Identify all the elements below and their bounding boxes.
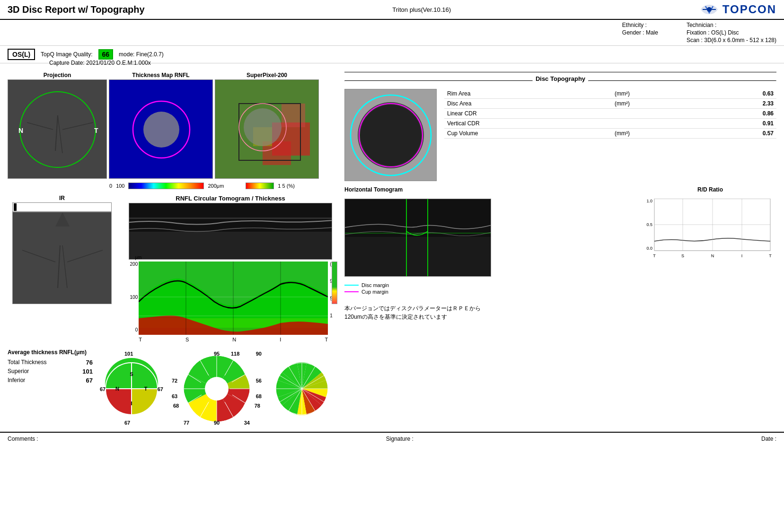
signature-label: Signature : xyxy=(386,436,414,442)
cup-volume-value: 0.57 xyxy=(703,129,776,139)
pct-scale-bar xyxy=(246,183,274,189)
pie-charts-row: S I N T 101 67 67 67 95 118 90 xyxy=(98,351,335,428)
rd-y-min: 0.0 xyxy=(646,246,652,251)
rnfl-x-T1: T xyxy=(139,337,142,342)
rim-area-unit: (mm²) xyxy=(612,89,703,99)
total-thickness-label: Total Thickness xyxy=(8,359,46,366)
clock-br2: 78 xyxy=(255,403,260,409)
disc-area-label: Disc Area xyxy=(444,99,612,109)
cup-volume-unit: (mm³) xyxy=(612,129,703,139)
cup-margin-legend: Cup margin xyxy=(344,289,636,295)
cup-margin-line xyxy=(344,291,359,292)
projection-label: Projection xyxy=(44,72,71,78)
right-lower-right: R/D Ratio 1.0 0.5 0.0 T S xyxy=(644,186,776,321)
projection-block: Projection N T xyxy=(8,72,107,179)
clock-r3: 63 xyxy=(172,393,177,399)
ir-image xyxy=(12,212,112,304)
inferior-value: 67 xyxy=(79,377,93,384)
disc-topo-content: Rim Area (mm²) 0.63 Disc Area (mm²) 2.33… xyxy=(344,89,776,183)
rnfl-y-unit: μm xyxy=(135,255,141,260)
linear-cdr-row: Linear CDR 0.86 xyxy=(444,109,776,119)
rd-x-I: I xyxy=(741,253,743,258)
comments-bar: Comments : Signature : Date : xyxy=(0,432,784,445)
rnfl-y-100: 100 xyxy=(123,295,138,300)
quadrant-chart: S I N T 101 67 67 67 xyxy=(98,351,165,428)
capture-date: Capture Date: 2021/01/20 O.E.M:1.000x xyxy=(49,60,151,66)
svg-rect-39 xyxy=(129,232,332,260)
inferior-row: Inferior 67 xyxy=(8,376,93,384)
svg-point-25 xyxy=(244,108,282,146)
bottom-stats: Average thickness RNFL(μm) Total Thickne… xyxy=(8,349,339,428)
rnfl-x-S: S xyxy=(185,337,189,342)
svg-rect-87 xyxy=(345,237,491,277)
linear-cdr-value: 0.86 xyxy=(703,109,776,119)
disc-topo-title: Disc Topography xyxy=(536,75,585,82)
date-label: Date : xyxy=(761,436,776,442)
scale-pct-labels: 1 5 (%) xyxy=(278,183,294,189)
quad-s-val: 101 xyxy=(124,351,133,357)
eye-badge: OS(L) xyxy=(8,49,35,60)
svg-rect-42 xyxy=(129,218,332,219)
disc-margin-label: Disc margin xyxy=(361,282,389,288)
projection-image: N T xyxy=(8,79,107,179)
topcon-brand-text: TOPCON xyxy=(722,3,776,16)
scale-min: 0 xyxy=(109,183,112,189)
ir-label: IR xyxy=(59,195,65,201)
quality-label: TopQ Image Quality: xyxy=(41,51,92,58)
horizontal-tomogram-image xyxy=(344,199,491,277)
device-info: Triton plus(Ver.10.16) xyxy=(392,6,451,13)
clock-tr1: 118 xyxy=(231,351,239,357)
rd-y-mid: 0.5 xyxy=(646,222,652,227)
clock-b1: 77 xyxy=(184,420,189,426)
svg-rect-22 xyxy=(282,104,305,127)
quad-n-val: 67 xyxy=(100,386,106,392)
inferior-label: Inferior xyxy=(8,377,25,384)
total-thickness-row: Total Thickness 76 xyxy=(8,358,93,366)
quad-t-label: T xyxy=(144,386,148,392)
rnfl-block: RNFL Circular Tomogram / Thickness xyxy=(122,195,339,342)
rnfl-x-I: I xyxy=(280,337,281,342)
legend-row: Disc margin Cup margin xyxy=(344,282,636,295)
superpixel-label: SuperPixel-200 xyxy=(247,72,287,78)
japanese-note: 本バージョンではディスクパラメーターはＲＰＥから120umの高さを基準に決定され… xyxy=(344,304,491,321)
vertical-cdr-row: Vertical CDR 0.91 xyxy=(444,119,776,129)
disc-margin-line xyxy=(344,285,359,286)
scale-max: 200μm xyxy=(208,183,224,189)
disc-area-row: Disc Area (mm²) 2.33 xyxy=(444,99,776,109)
disc-area-value: 2.33 xyxy=(703,99,776,109)
vertical-cdr-value: 0.91 xyxy=(703,119,776,129)
disc-topo-table: Rim Area (mm²) 0.63 Disc Area (mm²) 2.33… xyxy=(444,89,776,139)
clock-top: 95 xyxy=(214,351,220,357)
scan-label: Scan : 3D(6.0 x 6.0mm - 512 x 128) xyxy=(687,37,776,44)
cup-volume-row: Cup Volume (mm³) 0.57 xyxy=(444,129,776,139)
rim-area-value: 0.63 xyxy=(703,89,776,99)
superior-row: Superior 101 xyxy=(8,367,93,375)
radial-chart xyxy=(269,351,335,428)
disc-margin-legend: Disc margin xyxy=(344,282,636,288)
rd-x-N: N xyxy=(711,253,714,258)
clock-r2: 56 xyxy=(256,378,262,384)
superpixel-block: SuperPixel-200 xyxy=(215,72,319,179)
clock-tr2: 90 xyxy=(256,351,262,357)
avg-thickness-title: Average thickness RNFL(μm) xyxy=(8,349,93,356)
rd-ratio-chart: 1.0 0.5 0.0 T S N I T xyxy=(644,199,772,260)
quad-n-label: N xyxy=(115,386,119,392)
topcon-logo-icon xyxy=(699,3,720,16)
htomo-label: Horizontal Tomogram xyxy=(344,186,636,193)
thickness-map-image xyxy=(109,79,213,179)
superior-label: Superior xyxy=(8,368,29,375)
report-title: 3D Disc Report w/ Topography xyxy=(8,4,145,15)
avg-thickness-table: Average thickness RNFL(μm) Total Thickne… xyxy=(8,349,93,384)
vertical-cdr-label: Vertical CDR xyxy=(444,119,612,129)
quad-i-label: I xyxy=(131,401,132,406)
clock-chart: 95 118 90 72 56 63 68 68 78 77 90 34 xyxy=(169,351,264,428)
quad-i-val: 67 xyxy=(124,420,130,426)
ethnicity-label: Ethnicity : xyxy=(622,22,658,28)
mode-label: mode: Fine(2.0.7) xyxy=(119,51,164,58)
clock-r4: 68 xyxy=(256,393,262,399)
topcon-logo: TOPCON xyxy=(699,3,776,16)
scale-mid: 100 xyxy=(116,183,124,189)
projection-n-label: N xyxy=(18,127,23,134)
total-thickness-value: 76 xyxy=(79,359,93,366)
patient-col-2: Technician : Fixation : OS(L) Disc Scan … xyxy=(687,22,776,44)
